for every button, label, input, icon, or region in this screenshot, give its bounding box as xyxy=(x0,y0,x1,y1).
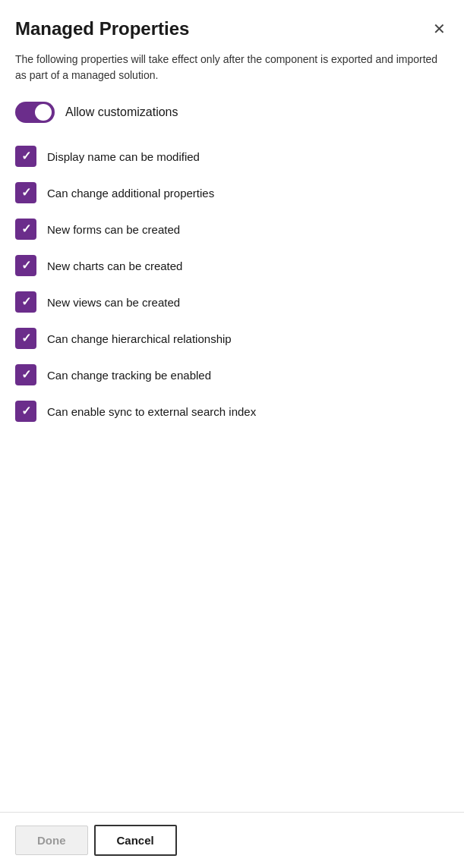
checkbox-label: Display name can be modified xyxy=(47,150,200,163)
checkbox-label: Can enable sync to external search index xyxy=(47,405,256,418)
checkmark-icon: ✓ xyxy=(21,150,31,162)
checkmark-icon: ✓ xyxy=(21,187,31,199)
checkbox-tracking[interactable]: ✓ xyxy=(15,364,36,385)
checkmark-icon: ✓ xyxy=(21,369,31,381)
close-button[interactable]: ✕ xyxy=(430,18,449,39)
checkbox-row: ✓ New forms can be created xyxy=(15,211,449,247)
checkbox-new-forms[interactable]: ✓ xyxy=(15,219,36,240)
checkbox-sync-external[interactable]: ✓ xyxy=(15,401,36,422)
checkbox-label: New forms can be created xyxy=(47,223,180,236)
checkmark-icon: ✓ xyxy=(21,405,31,417)
checkbox-row: ✓ Can change hierarchical relationship xyxy=(15,320,449,357)
checkbox-display-name[interactable]: ✓ xyxy=(15,146,36,167)
checkmark-icon: ✓ xyxy=(21,296,31,308)
checkbox-label: Can change additional properties xyxy=(47,187,214,200)
checkbox-label: New views can be created xyxy=(47,296,180,309)
checkbox-row: ✓ Can change tracking be enabled xyxy=(15,357,449,393)
checkbox-label: Can change hierarchical relationship xyxy=(47,332,232,345)
dialog-title: Managed Properties xyxy=(15,18,189,39)
toggle-label: Allow customizations xyxy=(65,105,178,119)
checkbox-hierarchical[interactable]: ✓ xyxy=(15,328,36,349)
checkbox-row: ✓ Can change additional properties xyxy=(15,175,449,211)
checkbox-list: ✓ Display name can be modified ✓ Can cha… xyxy=(15,138,449,429)
checkbox-row: ✓ Display name can be modified xyxy=(15,138,449,175)
dialog-header: Managed Properties ✕ xyxy=(15,18,449,39)
checkbox-label: Can change tracking be enabled xyxy=(47,369,211,382)
allow-customizations-toggle[interactable] xyxy=(15,102,55,123)
checkbox-label: New charts can be created xyxy=(47,259,182,272)
managed-properties-dialog: Managed Properties ✕ The following prope… xyxy=(0,0,464,812)
dialog-description: The following properties will take effec… xyxy=(15,52,449,83)
checkbox-new-charts[interactable]: ✓ xyxy=(15,255,36,276)
checkbox-row: ✓ New charts can be created xyxy=(15,247,449,284)
checkmark-icon: ✓ xyxy=(21,332,31,344)
checkbox-row: ✓ Can enable sync to external search ind… xyxy=(15,393,449,429)
checkbox-additional-props[interactable]: ✓ xyxy=(15,182,36,203)
checkbox-new-views[interactable]: ✓ xyxy=(15,291,36,313)
checkbox-row: ✓ New views can be created xyxy=(15,284,449,320)
checkmark-icon: ✓ xyxy=(21,223,31,235)
done-button[interactable]: Done xyxy=(15,826,88,855)
cancel-button[interactable]: Cancel xyxy=(94,825,177,856)
dialog-footer: Done Cancel xyxy=(0,812,464,868)
checkmark-icon: ✓ xyxy=(21,259,31,272)
allow-customizations-toggle-row: Allow customizations xyxy=(15,102,449,123)
